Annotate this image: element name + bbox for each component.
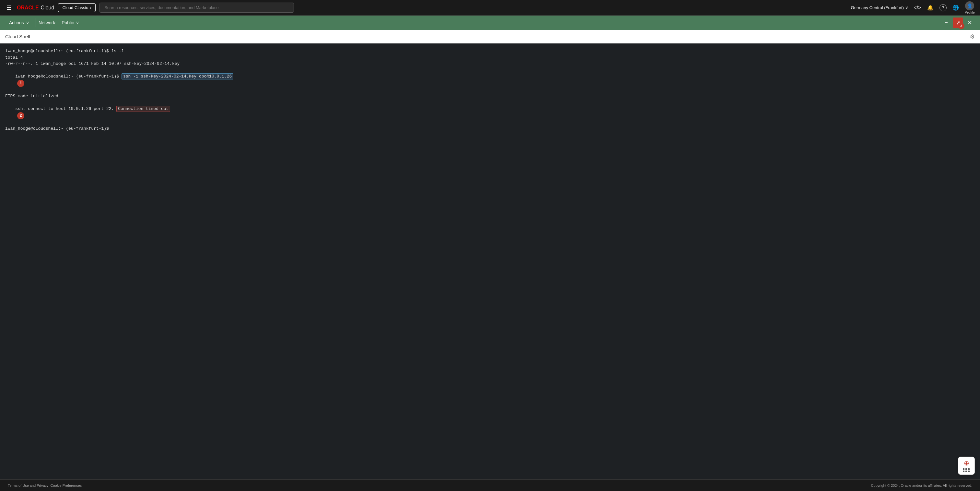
copyright-text: Copyright © 2024, Oracle and/or its affi… xyxy=(871,483,972,488)
network-chevron-icon: ∨ xyxy=(76,20,79,25)
user-avatar-icon[interactable]: 👤 xyxy=(965,1,974,10)
actions-button[interactable]: Actions ∨ xyxy=(5,18,33,28)
help-widget-lifebuoy-icon: ⊕ xyxy=(964,459,969,467)
terminal-line-3: -rw-r--r--. 1 iwan_hooge oci 1671 Feb 14… xyxy=(5,61,975,67)
help-icon[interactable]: ? xyxy=(940,4,947,11)
top-navbar: ☰ ORACLE Cloud Cloud Classic › Germany C… xyxy=(0,0,980,16)
toolbar-divider xyxy=(36,18,36,27)
terminal-highlight-command: ssh -i ssh-key-2024-02-14.key opc@10.0.1… xyxy=(121,73,233,80)
cookie-link[interactable]: Cookie Preferences xyxy=(50,483,82,488)
help-widget-dots xyxy=(963,468,970,472)
terminal-line-6: ssh: connect to host 10.0.1.26 port 22: … xyxy=(5,100,975,126)
terminal-error-prefix: ssh: connect to host 10.0.1.26 port 22: xyxy=(15,106,116,111)
expand-btn-wrapper: ⤢ 3 xyxy=(953,18,963,28)
annotation-badge-3: 3 xyxy=(958,23,964,29)
dot-3 xyxy=(968,468,970,470)
cloud-shell-title-bar: Cloud Shell ⚙ xyxy=(0,30,980,43)
network-value: Public xyxy=(62,20,74,25)
globe-icon[interactable]: 🌐 xyxy=(952,4,959,12)
annotation-badge-2: 2 xyxy=(17,112,24,120)
terminal-line-7: iwan_hooge@cloudshell:~ (eu-frankfurt-1)… xyxy=(5,126,975,132)
code-icon[interactable]: </> xyxy=(913,4,921,12)
cloud-text: Cloud xyxy=(41,5,54,11)
terminal-prompt-4: iwan_hooge@cloudshell:~ (eu-frankfurt-1)… xyxy=(15,74,121,79)
network-section: Network: Public ∨ xyxy=(38,18,82,27)
terminal-line-5: FIPS mode initialized xyxy=(5,93,975,100)
bottom-bar: Terms of Use and Privacy Cookie Preferen… xyxy=(0,479,980,491)
bell-icon[interactable]: 🔔 xyxy=(926,4,934,12)
search-input[interactable] xyxy=(100,3,294,13)
cloud-classic-button[interactable]: Cloud Classic › xyxy=(58,3,95,12)
oracle-logo: ORACLE Cloud xyxy=(17,5,54,11)
profile-label: Profile xyxy=(965,10,975,14)
chevron-right-icon: › xyxy=(90,5,91,10)
toolbar-right: − ⤢ 3 ✕ xyxy=(941,18,975,28)
cloud-shell-title: Cloud Shell xyxy=(5,34,970,39)
network-label: Network: xyxy=(38,20,56,25)
region-label: Germany Central (Frankfurt) xyxy=(851,5,904,10)
terminal-line-4: iwan_hooge@cloudshell:~ (eu-frankfurt-1)… xyxy=(5,67,975,93)
dot-1 xyxy=(963,468,964,470)
actions-chevron-icon: ∨ xyxy=(26,20,29,25)
actions-label: Actions xyxy=(9,20,24,25)
terminal-line-2: total 4 xyxy=(5,54,975,61)
profile-section[interactable]: 👤 Profile xyxy=(965,1,975,14)
nav-right: Germany Central (Frankfurt) ∨ </> 🔔 ? 🌐 … xyxy=(851,1,975,14)
minimize-button[interactable]: − xyxy=(941,18,951,28)
help-widget[interactable]: ⊕ xyxy=(958,457,975,475)
terminal-line-1: iwan_hooge@cloudshell:~ (eu-frankfurt-1)… xyxy=(5,48,975,54)
close-button[interactable]: ✕ xyxy=(964,18,975,28)
dot-4 xyxy=(963,470,964,472)
chevron-down-icon: ∨ xyxy=(905,5,908,10)
dot-2 xyxy=(966,468,967,470)
region-selector[interactable]: Germany Central (Frankfurt) ∨ xyxy=(851,5,908,10)
dot-5 xyxy=(966,470,967,472)
settings-icon[interactable]: ⚙ xyxy=(970,33,975,40)
network-dropdown[interactable]: Public ∨ xyxy=(58,18,82,27)
cloud-classic-label: Cloud Classic xyxy=(62,5,88,10)
oracle-text: ORACLE xyxy=(17,5,39,11)
annotation-badge-1: 1 xyxy=(17,80,24,87)
cloud-shell-toolbar: Actions ∨ Network: Public ∨ − ⤢ 3 ✕ xyxy=(0,16,980,30)
hamburger-icon[interactable]: ☰ xyxy=(5,3,13,13)
terminal[interactable]: iwan_hooge@cloudshell:~ (eu-frankfurt-1)… xyxy=(0,43,980,479)
terminal-error-highlight: Connection timed out xyxy=(116,106,170,112)
terms-link[interactable]: Terms of Use and Privacy xyxy=(8,483,48,488)
dot-6 xyxy=(968,470,970,472)
